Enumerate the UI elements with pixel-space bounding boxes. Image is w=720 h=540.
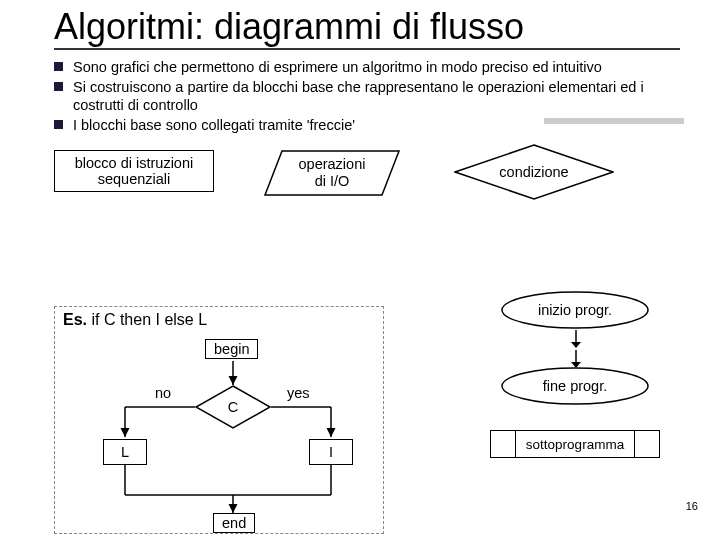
title-shadow bbox=[544, 118, 684, 124]
l-node: L bbox=[103, 439, 147, 465]
bullet-item: Sono grafici che permettono di esprimere… bbox=[54, 58, 680, 76]
start-label: inizio progr. bbox=[538, 302, 612, 318]
bullet-item: Si costruiscono a partire da blocchi bas… bbox=[54, 78, 680, 114]
bullet-icon bbox=[54, 62, 63, 71]
page-title: Algoritmi: diagrammi di flusso bbox=[0, 0, 720, 46]
io-block: operazioni di I/O bbox=[264, 150, 400, 196]
subprogram-label: sottoprogramma bbox=[515, 431, 635, 457]
no-label: no bbox=[155, 385, 171, 401]
example-box: Es. if C then I else L b bbox=[54, 306, 384, 534]
title-underline bbox=[54, 48, 680, 50]
bullet-text: Sono grafici che permettono di esprimere… bbox=[73, 58, 602, 76]
flow-arrows bbox=[55, 335, 385, 535]
io-block-label: operazioni di I/O bbox=[271, 157, 393, 190]
cond-label: C bbox=[228, 399, 238, 415]
end-oval: fine progr. bbox=[500, 366, 650, 406]
begin-node: begin bbox=[205, 339, 258, 359]
end-node: end bbox=[213, 513, 255, 533]
bullet-icon bbox=[54, 82, 63, 91]
bullet-text: I blocchi base sono collegati tramite 'f… bbox=[73, 116, 355, 134]
bullet-icon bbox=[54, 120, 63, 129]
block-types-row: blocco di istruzioni sequenziali operazi… bbox=[54, 144, 680, 216]
page-number: 16 bbox=[686, 500, 698, 512]
i-node: I bbox=[309, 439, 353, 465]
start-arrow-icon bbox=[566, 330, 586, 350]
example-text: if C then I else L bbox=[87, 311, 207, 328]
end-label: fine progr. bbox=[543, 378, 608, 394]
sequential-block: blocco di istruzioni sequenziali bbox=[54, 150, 214, 192]
example-title: Es. if C then I else L bbox=[55, 307, 383, 331]
subprogram-block: sottoprogramma bbox=[490, 430, 660, 458]
bullet-text: Si costruiscono a partire da blocchi bas… bbox=[73, 78, 680, 114]
start-oval: inizio progr. bbox=[500, 290, 650, 330]
yes-label: yes bbox=[287, 385, 310, 401]
cond-node: C bbox=[195, 385, 271, 429]
condition-block-label: condizione bbox=[499, 164, 568, 180]
example-prefix: Es. bbox=[63, 311, 87, 328]
condition-block: condizione bbox=[454, 144, 614, 200]
flowchart: begin C no yes L I end bbox=[55, 335, 383, 535]
end-arrow-icon bbox=[566, 350, 586, 370]
